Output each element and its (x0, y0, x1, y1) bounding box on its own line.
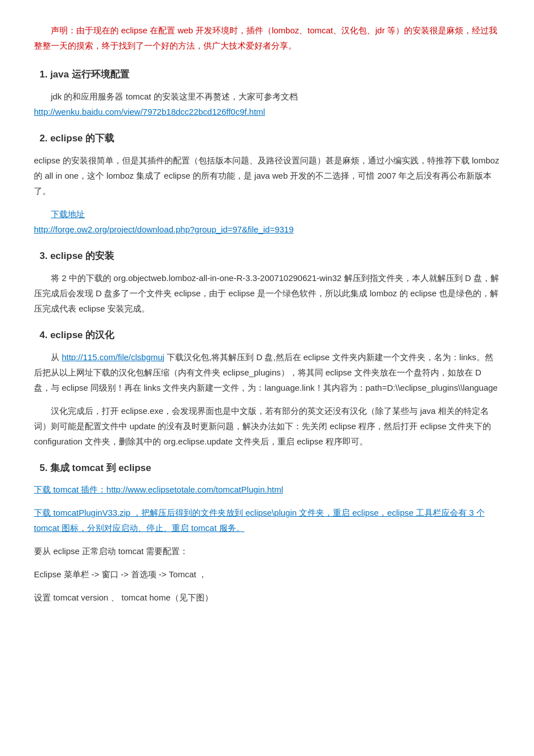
section4-content-para2: 汉化完成后，打开 eclipse.exe，会发现界面也是中文版，若有部分的英文还… (34, 403, 500, 449)
section-java-env: 1. java 运行环境配置 jdk 的和应用服务器 tomcat 的安装这里不… (34, 67, 500, 119)
section2-download-label: 下载地址 (51, 209, 85, 219)
section5-config-line3: 设置 tomcat version 、 tomcat home（见下图） (34, 590, 500, 605)
section2-link[interactable]: http://forge.ow2.org/project/download.ph… (34, 224, 294, 234)
section4-content-para1: 从 http://115.com/file/clsbgmuj 下载汉化包,将其解… (34, 349, 500, 395)
section1-text-before: jdk 的和应用服务器 tomcat 的安装这里不再赘述，大家可参考文档 (51, 92, 298, 101)
section5-config-line1: 要从 eclipse 正常启动 tomcat 需要配置： (34, 543, 500, 559)
section5-download-zip-label: 下载 tomcatPluginV33.zip ，把解压后得到的文件夹放到 ecl… (34, 508, 485, 533)
section1-link[interactable]: http://wenku.baidu.com/view/7972b18dcc22… (34, 107, 265, 116)
article-container: 声明：由于现在的 eclipse 在配置 web 开发环境时，插件（lomboz… (34, 23, 500, 605)
section4-text2: 汉化完成后，打开 eclipse.exe，会发现界面也是中文版，若有部分的英文还… (34, 406, 491, 446)
section5-plugin-download: 下载 tomcat 插件：http://www.eclipsetotale.co… (34, 482, 500, 497)
section5-content-para1: 下载 tomcatPluginV33.zip ，把解压后得到的文件夹放到 ecl… (34, 505, 500, 535)
section2-download: 下载地址 http://forge.ow2.org/project/downlo… (34, 206, 500, 237)
section2-heading: 2. eclipse 的下载 (34, 131, 500, 147)
section1-heading: 1. java 运行环境配置 (34, 67, 500, 83)
section5-heading: 5. 集成 tomcat 到 eclipse (34, 460, 500, 477)
section1-content: jdk 的和应用服务器 tomcat 的安装这里不再赘述，大家可参考文档 htt… (34, 89, 500, 119)
section-eclipse-install: 3. eclipse 的安装 将 2 中的下载的 org.objectweb.l… (34, 248, 500, 316)
section5-config-block: 要从 eclipse 正常启动 tomcat 需要配置： Eclipse 菜单栏… (34, 543, 500, 605)
section3-text: 将 2 中的下载的 org.objectweb.lomboz-all-in-on… (34, 273, 499, 313)
section-eclipse-download: 2. eclipse 的下载 eclipse 的安装很简单，但是其插件的配置（包… (34, 131, 500, 237)
section5-download-label: 下载 tomcat 插件： (34, 485, 106, 494)
section-tomcat-eclipse: 5. 集成 tomcat 到 eclipse 下载 tomcat 插件：http… (34, 460, 500, 606)
section5-config-line2: Eclipse 菜单栏 -> 窗口 -> 首选项 -> Tomcat ， (34, 567, 500, 582)
declaration-paragraph: 声明：由于现在的 eclipse 在配置 web 开发环境时，插件（lomboz… (34, 23, 500, 53)
section3-heading: 3. eclipse 的安装 (34, 248, 500, 265)
section2-content-para: eclipse 的安装很简单，但是其插件的配置（包括版本问题、及路径设置问题）甚… (34, 153, 500, 198)
section4-link[interactable]: http://115.com/file/clsbgmuj (62, 352, 164, 362)
section4-text-before1: 从 (51, 352, 62, 362)
section4-heading: 4. eclipse 的汉化 (34, 327, 500, 344)
section5-config-text2: Eclipse 菜单栏 -> 窗口 -> 首选项 -> Tomcat ， (34, 569, 207, 579)
section5-config-text3: 设置 tomcat version 、 tomcat home（见下图） (34, 593, 213, 602)
section5-plugin-link[interactable]: http://www.eclipsetotale.com/tomcatPlugi… (106, 485, 283, 494)
section2-para-text: eclipse 的安装很简单，但是其插件的配置（包括版本问题、及路径设置问题）甚… (34, 155, 499, 196)
declaration-text: 声明：由于现在的 eclipse 在配置 web 开发环境时，插件（lomboz… (34, 25, 497, 50)
section-eclipse-chinese: 4. eclipse 的汉化 从 http://115.com/file/cls… (34, 327, 500, 449)
section5-config-text1: 要从 eclipse 正常启动 tomcat 需要配置： (34, 546, 188, 556)
section3-content: 将 2 中的下载的 org.objectweb.lomboz-all-in-on… (34, 270, 500, 316)
